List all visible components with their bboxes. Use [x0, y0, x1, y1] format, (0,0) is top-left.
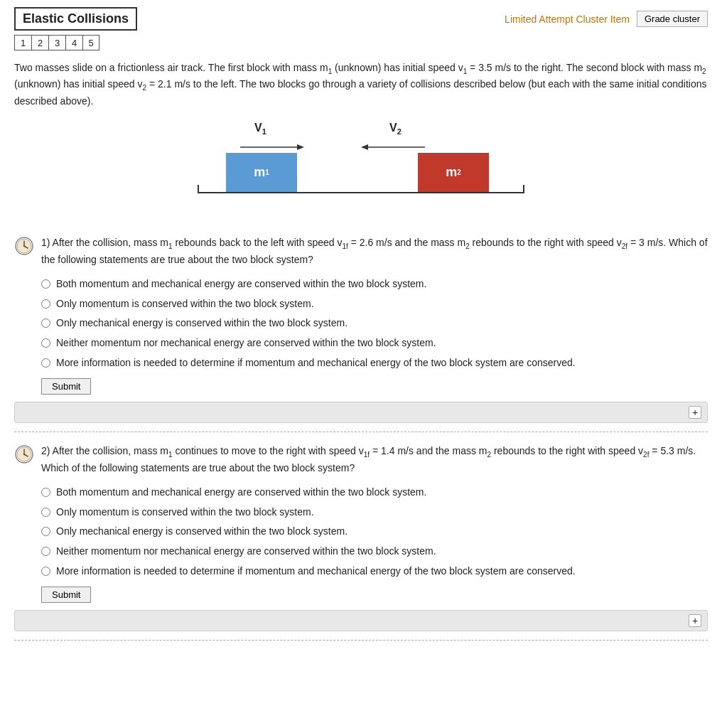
question-1-section: 1) After the collision, mass m1 rebounds… — [14, 235, 708, 423]
v1-label: V1 — [254, 122, 266, 136]
clock-icon-1 — [14, 236, 34, 256]
tab-3[interactable]: 3 — [48, 35, 65, 50]
q2-option-3-label: Only mechanical energy is conserved with… — [56, 525, 347, 539]
q1-option-4: Neither momentum nor mechanical energy a… — [41, 336, 708, 350]
q1-option-2-label: Only momentum is conserved within the tw… — [56, 297, 314, 311]
v1-arrow — [240, 141, 304, 153]
q1-option-1-label: Both momentum and mechanical energy are … — [56, 277, 426, 291]
q1-radio-5[interactable] — [41, 358, 50, 368]
page-header: Elastic Collisions Limited Attempt Clust… — [14, 7, 708, 31]
q1-submit-button[interactable]: Submit — [41, 378, 91, 395]
page-title: Elastic Collisions — [14, 7, 137, 31]
track-line — [198, 192, 524, 193]
q2-option-1: Both momentum and mechanical energy are … — [41, 486, 708, 500]
q2-radio-4[interactable] — [41, 547, 50, 556]
badge-label: Limited Attempt Cluster Item — [505, 14, 630, 25]
tab-2[interactable]: 2 — [31, 35, 48, 50]
question-2-header: 2) After the collision, mass m1 continue… — [14, 444, 708, 476]
q2-radio-1[interactable] — [41, 488, 50, 497]
block-m2: m2 — [418, 153, 489, 192]
q1-expand-icon[interactable]: + — [689, 406, 701, 419]
svg-point-13 — [23, 454, 25, 455]
q1-radio-3[interactable] — [41, 318, 50, 328]
q2-option-2-label: Only momentum is conserved within the tw… — [56, 505, 314, 520]
tab-1[interactable]: 1 — [14, 35, 31, 50]
intro-text: Two masses slide on a frictionless air t… — [14, 60, 708, 109]
q1-expand-bar: + — [14, 402, 708, 423]
block-m1: m1 — [226, 153, 297, 192]
clock-icon-2 — [14, 444, 34, 464]
q1-option-3: Only mechanical energy is conserved with… — [41, 316, 708, 331]
question-2-options: Both momentum and mechanical energy are … — [41, 486, 708, 578]
q1-option-2: Only momentum is conserved within the tw… — [41, 297, 708, 311]
tab-row: 1 2 3 4 5 — [14, 35, 708, 50]
v2-arrow — [361, 141, 425, 153]
separator-2 — [14, 640, 708, 641]
tab-5[interactable]: 5 — [82, 35, 99, 50]
q1-option-5-label: More information is needed to determine … — [56, 356, 576, 370]
question-1-header: 1) After the collision, mass m1 rebounds… — [14, 235, 708, 267]
q2-expand-bar: + — [14, 610, 708, 631]
q1-option-4-label: Neither momentum nor mechanical energy a… — [56, 336, 436, 350]
q1-option-1: Both momentum and mechanical energy are … — [41, 277, 708, 291]
q2-option-3: Only mechanical energy is conserved with… — [41, 525, 708, 539]
q1-option-3-label: Only mechanical energy is conserved with… — [56, 316, 347, 331]
svg-point-8 — [23, 245, 25, 247]
separator-1 — [14, 432, 708, 432]
header-right: Limited Attempt Cluster Item Grade clust… — [505, 11, 708, 27]
q2-option-5: More information is needed to determine … — [41, 564, 708, 579]
question-2-text: 2) After the collision, mass m1 continue… — [41, 444, 708, 476]
svg-marker-3 — [361, 144, 368, 150]
q1-radio-1[interactable] — [41, 279, 50, 289]
q2-option-4: Neither momentum nor mechanical energy a… — [41, 545, 708, 559]
v2-label: V2 — [389, 122, 402, 136]
question-1-options: Both momentum and mechanical energy are … — [41, 277, 708, 370]
q2-radio-3[interactable] — [41, 527, 50, 536]
tab-4[interactable]: 4 — [65, 35, 82, 50]
q1-radio-4[interactable] — [41, 338, 50, 348]
question-2-section: 2) After the collision, mass m1 continue… — [14, 444, 708, 631]
q2-option-5-label: More information is needed to determine … — [56, 564, 576, 579]
q2-expand-icon[interactable]: + — [689, 614, 701, 627]
q2-option-1-label: Both momentum and mechanical energy are … — [56, 486, 426, 500]
q2-submit-button[interactable]: Submit — [41, 587, 91, 603]
question-1-text: 1) After the collision, mass m1 rebounds… — [41, 235, 708, 267]
q2-radio-5[interactable] — [41, 567, 50, 576]
q2-option-4-label: Neither momentum nor mechanical energy a… — [56, 545, 436, 559]
q1-option-5: More information is needed to determine … — [41, 356, 708, 370]
q2-radio-2[interactable] — [41, 508, 50, 517]
q1-radio-2[interactable] — [41, 299, 50, 309]
track-right-end — [523, 185, 524, 193]
grade-cluster-button[interactable]: Grade cluster — [637, 11, 708, 27]
svg-marker-1 — [297, 144, 304, 150]
q2-option-2: Only momentum is conserved within the tw… — [41, 505, 708, 520]
track-left-end — [198, 185, 199, 193]
diagram-inner: V1 V2 m1 m2 — [183, 122, 539, 207]
diagram: V1 V2 m1 m2 — [14, 122, 708, 214]
